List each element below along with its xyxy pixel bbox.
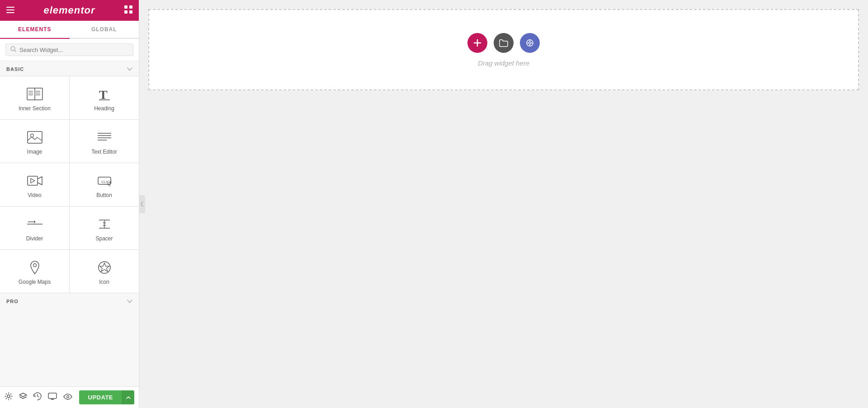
widget-divider[interactable]: Divider [0, 206, 69, 249]
svg-rect-1 [6, 9, 14, 10]
inner-section-icon [27, 86, 43, 102]
tab-elements[interactable]: ELEMENTS [0, 21, 70, 38]
widget-grid: Inner Section T Heading [0, 76, 139, 293]
drag-widget-text: Drag widget here [478, 59, 529, 67]
widget-button-label: Button [96, 192, 112, 198]
svg-point-51 [529, 42, 531, 44]
add-widget-button[interactable] [467, 33, 487, 53]
svg-line-8 [14, 50, 16, 52]
widget-image-label: Image [27, 149, 42, 155]
button-icon: CLICK [97, 173, 112, 188]
svg-marker-32 [34, 220, 36, 223]
pro-section-header[interactable]: PRO [0, 293, 139, 308]
image-icon [27, 130, 42, 145]
widget-button[interactable]: CLICK Button [70, 163, 139, 206]
history-icon[interactable] [33, 392, 42, 403]
svg-line-30 [109, 185, 110, 187]
search-container [0, 39, 139, 61]
layers-icon[interactable] [19, 393, 27, 402]
sidebar: elementor ELEMENTS GLOBAL [0, 0, 139, 408]
svg-rect-5 [124, 10, 127, 14]
eye-icon[interactable] [63, 393, 72, 402]
svg-rect-25 [28, 176, 38, 185]
template-library-button[interactable] [494, 33, 514, 53]
sidebar-tabs: ELEMENTS GLOBAL [0, 21, 139, 39]
settings-icon[interactable] [5, 392, 13, 403]
search-icon [10, 46, 16, 53]
widget-video[interactable]: Video [0, 163, 69, 206]
widget-spacer-label: Spacer [95, 235, 113, 242]
update-button-wrap: UPDATE [79, 390, 134, 404]
svg-rect-0 [6, 7, 14, 8]
update-button[interactable]: UPDATE [79, 390, 122, 404]
widget-heading-label: Heading [94, 105, 114, 112]
widget-image[interactable]: Image [0, 120, 69, 163]
basic-section-header[interactable]: BASIC [0, 61, 139, 76]
sidebar-footer: UPDATE [0, 386, 139, 408]
widget-text-editor[interactable]: Text Editor [70, 120, 139, 163]
search-input[interactable] [19, 47, 128, 53]
svg-text:CLICK: CLICK [101, 180, 112, 184]
widget-google-maps[interactable]: Google Maps [0, 250, 69, 293]
svg-text:T: T [99, 88, 108, 101]
widgets-scroll: BASIC [0, 61, 139, 386]
svg-rect-2 [6, 12, 14, 13]
search-input-wrap [5, 43, 133, 56]
update-dropdown-button[interactable] [122, 390, 134, 404]
svg-point-47 [67, 395, 69, 398]
drop-zone[interactable]: Drag widget here [148, 9, 859, 90]
divider-icon [27, 216, 42, 232]
svg-point-39 [33, 263, 36, 267]
widget-text-editor-label: Text Editor [91, 149, 117, 155]
widget-inner-section[interactable]: Inner Section [0, 76, 69, 119]
svg-marker-41 [99, 263, 109, 272]
svg-rect-44 [48, 393, 57, 399]
icon-widget-icon [98, 260, 111, 275]
widget-icon[interactable]: Icon [70, 250, 139, 293]
grid-icon[interactable] [124, 5, 132, 16]
svg-rect-4 [129, 5, 132, 9]
spacer-icon [98, 216, 111, 232]
pro-section-title: PRO [6, 299, 19, 304]
footer-icons [5, 392, 72, 403]
basic-section-title: BASIC [6, 66, 24, 72]
drop-zone-actions [467, 33, 540, 53]
svg-rect-6 [129, 10, 132, 14]
pro-section-chevron [127, 298, 132, 305]
canvas: Drag widget here [139, 0, 868, 408]
widget-inner-section-label: Inner Section [19, 105, 51, 112]
basic-section-chevron [127, 66, 132, 72]
svg-rect-3 [124, 5, 127, 9]
heading-icon: T [98, 86, 111, 102]
svg-point-20 [30, 134, 33, 137]
svg-marker-26 [31, 178, 35, 183]
svg-marker-43 [19, 393, 27, 397]
svg-point-42 [7, 395, 10, 398]
hamburger-icon[interactable] [6, 6, 14, 15]
widget-icon-label: Icon [99, 279, 109, 285]
tab-global[interactable]: GLOBAL [70, 21, 139, 38]
sidebar-header: elementor [0, 0, 139, 21]
canvas-inner: Drag widget here [148, 9, 859, 90]
logo: elementor [43, 5, 95, 16]
widget-google-maps-label: Google Maps [19, 279, 51, 285]
video-icon [27, 173, 42, 188]
widget-divider-label: Divider [26, 235, 43, 242]
svg-rect-19 [28, 131, 42, 143]
widget-heading[interactable]: T Heading [70, 76, 139, 119]
text-editor-icon [97, 130, 112, 145]
responsive-icon[interactable] [48, 393, 57, 402]
collapse-handle[interactable] [139, 195, 145, 213]
widget-video-label: Video [28, 192, 41, 198]
theme-builder-button[interactable] [520, 33, 540, 53]
google-maps-icon [28, 260, 42, 275]
widget-spacer[interactable]: Spacer [70, 206, 139, 249]
